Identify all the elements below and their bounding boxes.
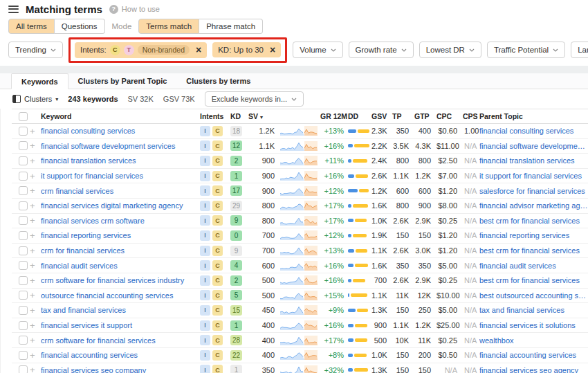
add-keyword-icon[interactable]: + <box>30 140 41 151</box>
keyword-link[interactable]: financial consulting services <box>41 127 200 135</box>
row-checkbox[interactable] <box>19 201 28 210</box>
keyword-link[interactable]: outsource financial accounting services <box>41 291 200 300</box>
parent-topic-link[interactable]: financial consulting services <box>479 127 588 135</box>
col-gsv[interactable]: GSV <box>371 112 392 120</box>
parent-topic-link[interactable]: wealthbox <box>479 336 588 345</box>
row-checkbox[interactable] <box>19 351 28 360</box>
select-all-checkbox[interactable] <box>19 112 28 121</box>
parent-topic-link[interactable]: financial reporting services <box>479 231 588 239</box>
col-gr12m[interactable]: GR 12M <box>320 112 348 120</box>
add-keyword-icon[interactable]: + <box>30 246 41 256</box>
volume-filter-button[interactable]: Volume <box>293 42 342 58</box>
parent-topic-link[interactable]: salesforce for financial services <box>479 187 588 195</box>
phrase-match-tab[interactable]: Phrase match <box>199 19 263 34</box>
row-checkbox[interactable] <box>19 321 28 330</box>
add-keyword-icon[interactable]: + <box>30 185 41 196</box>
keyword-link[interactable]: crm software for financial services <box>41 336 200 345</box>
keyword-link[interactable]: financial services digital marketing age… <box>41 201 200 210</box>
parent-topic-link[interactable]: financial services seo agency <box>479 366 588 373</box>
trending-filter-button[interactable]: Trending <box>8 42 63 58</box>
col-intents[interactable]: Intents <box>200 112 230 120</box>
row-checkbox[interactable] <box>19 231 28 240</box>
add-keyword-icon[interactable]: + <box>30 335 41 345</box>
row-checkbox[interactable] <box>19 141 28 150</box>
clusters-dropdown[interactable]: Clusters ▾ <box>12 95 58 103</box>
row-checkbox[interactable] <box>19 336 28 345</box>
parent-topic-link[interactable]: financial services it solutions <box>479 321 588 329</box>
tab-clusters-by-parent-topic[interactable]: Clusters by Parent Topic <box>68 73 177 89</box>
tab-keywords[interactable]: Keywords <box>11 73 68 89</box>
keyword-link[interactable]: financial services it support <box>41 321 200 329</box>
add-keyword-icon[interactable]: + <box>30 320 41 331</box>
row-checkbox[interactable] <box>19 261 28 270</box>
row-checkbox[interactable] <box>19 186 28 195</box>
keyword-link[interactable]: it support for financial services <box>41 172 200 180</box>
add-keyword-icon[interactable]: + <box>30 290 41 300</box>
keyword-link[interactable]: financial reporting services <box>41 231 200 239</box>
parent-topic-link[interactable]: best outsourced accounting services <box>479 291 588 300</box>
add-keyword-icon[interactable]: + <box>30 260 41 271</box>
exclude-keywords-button[interactable]: Exclude keywords in... <box>205 91 304 107</box>
add-keyword-icon[interactable]: + <box>30 171 41 181</box>
keyword-link[interactable]: financial services seo company <box>41 366 200 373</box>
col-tp[interactable]: TP <box>392 112 414 120</box>
terms-match-tab[interactable]: Terms match <box>138 19 199 34</box>
add-keyword-icon[interactable]: + <box>30 350 41 361</box>
keyword-link[interactable]: crm software for financial services indu… <box>41 276 200 284</box>
col-keyword[interactable]: Keyword <box>41 112 200 120</box>
keyword-link[interactable]: tax and financial services <box>41 306 200 314</box>
keyword-link[interactable]: financial accounting services <box>41 351 200 359</box>
row-checkbox[interactable] <box>19 246 28 255</box>
row-checkbox[interactable] <box>19 172 28 181</box>
row-checkbox[interactable] <box>19 276 28 285</box>
parent-topic-link[interactable]: best crm for financial services <box>479 217 588 225</box>
keyword-link[interactable]: financial software development services <box>41 142 200 150</box>
row-checkbox[interactable] <box>19 306 28 315</box>
traffic-potential-filter-button[interactable]: Traffic Potential <box>487 42 565 58</box>
tab-clusters-by-terms[interactable]: Clusters by terms <box>176 73 260 89</box>
row-checkbox[interactable] <box>19 127 28 136</box>
parent-topic-link[interactable]: tax and financial services <box>479 306 588 314</box>
parent-topic-link[interactable]: financial translation services <box>479 156 588 165</box>
col-gtp[interactable]: GTP <box>414 112 437 120</box>
col-cps[interactable]: CPS <box>463 112 479 120</box>
col-parent-topic[interactable]: Parent Topic <box>479 112 588 120</box>
add-keyword-icon[interactable]: + <box>30 275 41 286</box>
parent-topic-link[interactable]: financial audit services <box>479 262 588 270</box>
row-checkbox[interactable] <box>19 216 28 225</box>
parent-topic-link[interactable]: best crm for financial services <box>479 276 588 284</box>
intents-active-filter[interactable]: Intents: C T Non-branded × <box>75 42 207 58</box>
keyword-link[interactable]: crm for financial services <box>41 246 200 255</box>
keyword-link[interactable]: financial translation services <box>41 156 200 165</box>
remove-intents-filter-icon[interactable]: × <box>196 45 201 55</box>
growth-rate-filter-button[interactable]: Growth rate <box>349 42 414 58</box>
parent-topic-link[interactable]: financial accounting services <box>479 351 588 359</box>
add-keyword-icon[interactable]: + <box>30 230 41 241</box>
col-kd[interactable]: KD <box>230 112 248 120</box>
menu-icon[interactable] <box>8 6 19 13</box>
add-keyword-icon[interactable]: + <box>30 201 41 211</box>
add-keyword-icon[interactable]: + <box>30 365 41 373</box>
kd-active-filter[interactable]: KD: Up to 30 × <box>212 42 281 57</box>
lowest-dr-filter-button[interactable]: Lowest DR <box>419 42 481 58</box>
parent-topic-link[interactable]: it support for financial services <box>479 172 588 180</box>
parent-topic-link[interactable]: financial advisor marketing agency <box>479 201 588 210</box>
keyword-link[interactable]: financial audit services <box>41 262 200 270</box>
parent-topic-link[interactable]: financial software development company <box>479 142 588 150</box>
language-filter-button[interactable]: LanguageNew <box>571 42 588 58</box>
parent-topic-link[interactable]: best crm for financial services <box>479 246 588 255</box>
questions-tab[interactable]: Questions <box>55 19 105 34</box>
col-cpc[interactable]: CPC <box>437 112 463 120</box>
row-checkbox[interactable] <box>19 365 28 373</box>
col-sv[interactable]: SV ▾ <box>248 112 280 120</box>
add-keyword-icon[interactable]: + <box>30 305 41 316</box>
row-checkbox[interactable] <box>19 291 28 300</box>
keyword-link[interactable]: financial services crm software <box>41 217 200 225</box>
row-checkbox[interactable] <box>19 156 28 165</box>
col-dd[interactable]: DD <box>348 112 371 120</box>
keyword-link[interactable]: crm financial services <box>41 187 200 195</box>
all-terms-tab[interactable]: All terms <box>8 19 55 34</box>
add-keyword-icon[interactable]: + <box>30 156 41 166</box>
add-keyword-icon[interactable]: + <box>30 215 41 226</box>
how-to-use-link[interactable]: ? How to use <box>109 5 160 14</box>
